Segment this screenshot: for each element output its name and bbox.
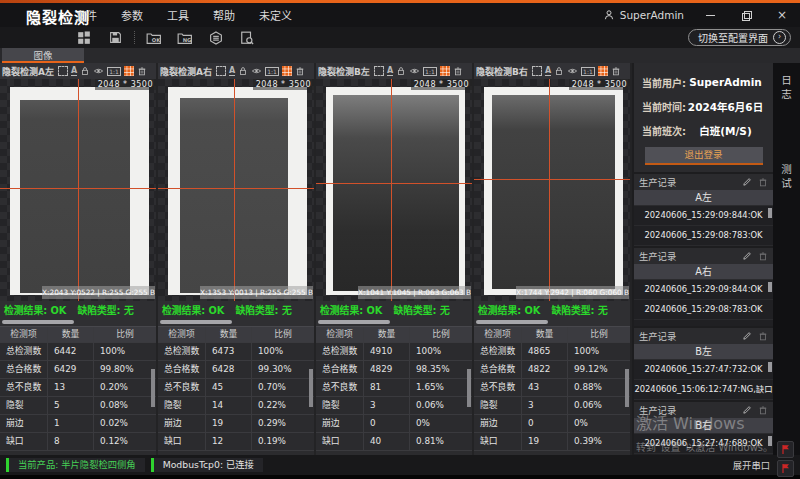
list-scrollbar[interactable] <box>768 282 772 292</box>
roi-selection-icon[interactable] <box>374 66 384 76</box>
current-user-chip[interactable]: SuperAdmin <box>603 9 684 21</box>
camera-image <box>484 87 623 295</box>
lock-icon[interactable] <box>554 66 564 76</box>
roi-selection-icon[interactable] <box>58 66 68 76</box>
edit-icon[interactable] <box>742 251 752 261</box>
list-scrollbar[interactable] <box>768 362 772 372</box>
menu-tools[interactable]: 工具 <box>167 7 189 23</box>
table-cell: 4829 <box>364 361 410 378</box>
scrollbar-thumb[interactable] <box>318 320 390 324</box>
image-viewport[interactable]: 2048 * 3500 X:1353 Y:0013 | R:255 G:255 … <box>158 79 314 301</box>
text-annotation-icon[interactable]: A <box>229 66 235 76</box>
table-scrollbar[interactable] <box>467 369 471 407</box>
menu-undefined[interactable]: 未定义 <box>259 7 292 23</box>
flag-icon[interactable] <box>777 441 794 458</box>
scrollbar-thumb[interactable] <box>2 320 74 324</box>
production-record-entry[interactable]: 20240606_15:27:47:732:OK <box>634 360 773 380</box>
record-list[interactable]: 20240606_15:27:47:689:OK20240606_15:06:1… <box>634 434 773 455</box>
folder-ng-icon[interactable]: NG <box>177 30 193 46</box>
tab-image[interactable]: 图像 <box>2 48 84 63</box>
horizontal-scrollbar[interactable] <box>0 319 156 326</box>
logout-button[interactable]: 退出登录 <box>645 147 763 165</box>
grid-icon[interactable] <box>124 66 134 76</box>
delete-icon[interactable] <box>758 405 768 415</box>
eye-icon[interactable] <box>93 66 104 76</box>
production-record-entry[interactable]: 20240606_15:06:12:747:NG,缺口 <box>634 380 773 400</box>
text-annotation-icon[interactable]: A <box>71 66 77 76</box>
menu-params[interactable]: 参数 <box>121 7 143 23</box>
switch-to-config-button[interactable]: 切换至配置界面 › <box>688 29 791 46</box>
text-annotation-icon[interactable]: A <box>545 66 551 76</box>
menu-help[interactable]: 帮助 <box>213 7 235 23</box>
production-record-entry[interactable]: 20240606_15:29:09:844:OK <box>634 206 773 226</box>
roi-selection-icon[interactable] <box>216 66 226 76</box>
image-viewport[interactable]: 2048 * 3500 X:2043 Y:0522 | R:255 G:255 … <box>0 79 156 301</box>
horizontal-scrollbar[interactable] <box>474 319 630 326</box>
scrollbar-thumb[interactable] <box>476 320 548 324</box>
one-to-one-icon[interactable]: 1:1 <box>423 67 437 76</box>
crosshair-horizontal <box>158 188 314 189</box>
folder-ok-icon[interactable]: OK <box>146 30 162 46</box>
delete-icon[interactable] <box>758 331 768 341</box>
image-viewport[interactable]: 2048 * 3500 X:1744 Y:2942 | R:060 G:060 … <box>474 79 630 301</box>
expand-serial-label[interactable]: 展开串口 <box>733 458 770 472</box>
text-annotation-icon[interactable]: A <box>387 66 393 76</box>
list-scrollbar[interactable] <box>768 208 772 218</box>
one-to-one-icon[interactable]: 1:1 <box>107 67 121 76</box>
close-button[interactable]: × <box>772 6 792 24</box>
one-to-one-icon[interactable]: 1:1 <box>265 67 279 76</box>
layout-tiles-icon[interactable] <box>76 30 92 46</box>
stats-table: 检测项 数量 比例 总检测数4910100%总合格数482998.35%总不良数… <box>316 326 472 455</box>
delete-icon[interactable] <box>137 66 147 76</box>
col-header: 数量 <box>48 327 94 342</box>
production-record-entry[interactable]: 20240606_15:27:47:689:OK <box>634 434 773 454</box>
minimize-button[interactable] <box>700 6 720 24</box>
lock-icon[interactable] <box>80 66 90 76</box>
one-to-one-icon[interactable]: 1:1 <box>581 67 595 76</box>
production-record-entry[interactable]: 20240606_15:29:08:783:OK <box>634 226 773 246</box>
flag-icon[interactable] <box>777 460 794 477</box>
lock-icon[interactable] <box>396 66 406 76</box>
edit-icon[interactable] <box>742 405 752 415</box>
production-record-entry[interactable]: 20240606_15:29:09:844:OK <box>634 280 773 300</box>
table-cell: 99.30% <box>252 361 314 378</box>
table-cell: 总检测数 <box>158 343 206 360</box>
edit-icon[interactable] <box>742 177 752 187</box>
record-list[interactable]: 20240606_15:27:47:732:OK20240606_15:06:1… <box>634 360 773 400</box>
image-viewport[interactable]: 2048 * 3500 X:1041 Y:1045 | R:063 G:063 … <box>316 79 472 301</box>
horizontal-scrollbar[interactable] <box>158 319 314 326</box>
tab-log[interactable]: 日志 <box>779 75 794 102</box>
roi-selection-icon[interactable] <box>532 66 542 76</box>
delete-icon[interactable] <box>758 251 768 261</box>
table-scrollbar[interactable] <box>625 369 629 407</box>
delete-icon[interactable] <box>295 66 305 76</box>
restore-button[interactable] <box>736 6 756 24</box>
eye-icon[interactable] <box>251 66 262 76</box>
image-search-icon[interactable] <box>239 30 255 46</box>
table-cell: 1 <box>48 415 94 432</box>
scrollbar-thumb[interactable] <box>160 320 232 324</box>
edit-icon[interactable] <box>742 331 752 341</box>
save-icon[interactable] <box>107 30 123 46</box>
record-list[interactable]: 20240606_15:29:09:844:OK20240606_15:29:0… <box>634 206 773 246</box>
settings-stack-icon[interactable] <box>208 30 224 46</box>
eye-icon[interactable] <box>409 66 420 76</box>
grid-icon[interactable] <box>282 66 292 76</box>
tab-test[interactable]: 测试 <box>779 164 794 191</box>
production-record-entry[interactable]: 20240606_15:29:08:783:OK <box>634 300 773 320</box>
delete-icon[interactable] <box>453 66 463 76</box>
eye-icon[interactable] <box>567 66 578 76</box>
list-scrollbar[interactable] <box>768 436 772 446</box>
grid-icon[interactable] <box>598 66 608 76</box>
table-scrollbar[interactable] <box>151 369 155 407</box>
record-list[interactable]: 20240606_15:29:09:844:OK20240606_15:29:0… <box>634 280 773 326</box>
horizontal-scrollbar[interactable] <box>316 319 472 326</box>
delete-icon[interactable] <box>611 66 621 76</box>
menu-file[interactable]: 文件 <box>75 7 97 23</box>
panel-title: 隐裂检测B右 <box>476 65 528 78</box>
table-scrollbar[interactable] <box>309 369 313 407</box>
grid-icon[interactable] <box>440 66 450 76</box>
delete-icon[interactable] <box>758 177 768 187</box>
lock-icon[interactable] <box>238 66 248 76</box>
table-cell: 19 <box>522 433 568 450</box>
